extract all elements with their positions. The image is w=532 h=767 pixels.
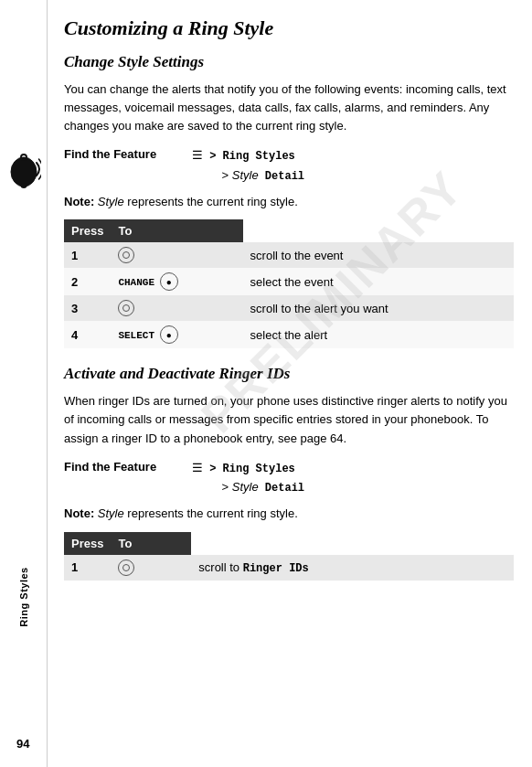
sidebar-label: Ring Styles <box>18 567 29 626</box>
scroll-icon-3 <box>118 300 134 316</box>
section2-body: When ringer IDs are turned on, your phon… <box>64 392 514 447</box>
press-table-1: Press To 1 scroll to the event 2 CHANGE <box>64 219 514 348</box>
scroll-icon-1 <box>118 247 134 263</box>
sidebar-icon-area <box>6 146 41 197</box>
step-3: 3 <box>64 295 111 321</box>
note-style-1: Style <box>94 195 124 208</box>
scroll-icon-1b <box>118 559 134 576</box>
path-line1-1: > Ring Styles <box>203 150 295 163</box>
table2-header-to: To <box>111 532 191 555</box>
press-table-2: Press To 1 scroll to Ringer IDs <box>64 532 514 581</box>
style-italic-1: Style <box>232 168 259 182</box>
to-1: scroll to the event <box>243 242 514 268</box>
step-4: 4 <box>64 321 111 348</box>
path-detail-2: Detail <box>259 482 304 495</box>
change-btn: CHANGE <box>118 277 154 288</box>
main-content: Customizing a Ring Style Change Style Se… <box>48 0 532 767</box>
step-1: 1 <box>64 242 111 268</box>
table1-header-to: To <box>111 219 242 242</box>
menu-icon-1: ☰ <box>192 146 203 165</box>
press-2: CHANGE ● <box>111 268 242 295</box>
section1-title: Change Style Settings <box>64 53 514 71</box>
select-btn: SELECT <box>118 330 154 341</box>
press-1b <box>111 555 191 581</box>
path-gt-1: > <box>218 168 232 182</box>
to-4: select the alert <box>243 321 514 348</box>
table-row: 1 scroll to Ringer IDs <box>64 555 514 581</box>
note-2: Note: Style represents the current ring … <box>64 505 514 523</box>
section1-body: You can change the alerts that notify yo… <box>64 80 514 135</box>
note-style-2: Style <box>94 506 124 520</box>
note-label-2: Note: <box>64 506 94 520</box>
section2-title: Activate and Deactivate Ringer IDs <box>64 365 514 383</box>
path-gt-2: > <box>218 480 232 494</box>
press-3 <box>111 295 242 321</box>
circle-dot-4: ● <box>160 325 178 344</box>
find-feature-1: Find the Feature ☰ > Ring Styles > Style… <box>64 146 514 185</box>
to-2: select the event <box>243 268 514 295</box>
menu-icon-2: ☰ <box>192 459 203 478</box>
chapter-title: Customizing a Ring Style <box>64 16 514 40</box>
sidebar: Ring Styles <box>0 0 48 767</box>
table2-header-press: Press <box>64 532 111 555</box>
table1-header-press: Press <box>64 219 111 242</box>
table-row: 1 scroll to the event <box>64 242 514 268</box>
note-label-1: Note: <box>64 195 94 208</box>
find-feature-label-2: Find the Feature <box>64 459 183 474</box>
bell-icon <box>6 146 41 197</box>
to-1b: scroll to Ringer IDs <box>191 555 514 581</box>
table-row: 3 scroll to the alert you want <box>64 295 514 321</box>
style-italic-2: Style <box>232 480 259 494</box>
note-text-1: represents the current ring style. <box>124 195 298 208</box>
to-3: scroll to the alert you want <box>243 295 514 321</box>
press-4: SELECT ● <box>111 321 242 348</box>
find-feature-path-2: ☰ > Ring Styles > Style Detail <box>192 459 304 497</box>
table-row: 4 SELECT ● select the alert <box>64 321 514 348</box>
circle-dot-2: ● <box>160 272 178 291</box>
note-text-2: represents the current ring style. <box>124 506 298 520</box>
find-feature-path-1: ☰ > Ring Styles > Style Detail <box>192 146 304 185</box>
note-1: Note: Style represents the current ring … <box>64 193 514 211</box>
ringer-ids-text: Ringer IDs <box>243 562 309 575</box>
step-2: 2 <box>64 268 111 295</box>
page-number: 94 <box>16 737 29 751</box>
press-1 <box>111 242 242 268</box>
path-detail-1: Detail <box>259 170 304 183</box>
step-1b: 1 <box>64 555 111 581</box>
svg-point-3 <box>20 183 27 188</box>
find-feature-2: Find the Feature ☰ > Ring Styles > Style… <box>64 459 514 497</box>
page-container: PRELIMINARY Ring Styles Customizing a Ri… <box>0 0 532 767</box>
table-row: 2 CHANGE ● select the event <box>64 268 514 295</box>
path-line1-2: > Ring Styles <box>203 463 295 475</box>
find-feature-label-1: Find the Feature <box>64 146 183 161</box>
